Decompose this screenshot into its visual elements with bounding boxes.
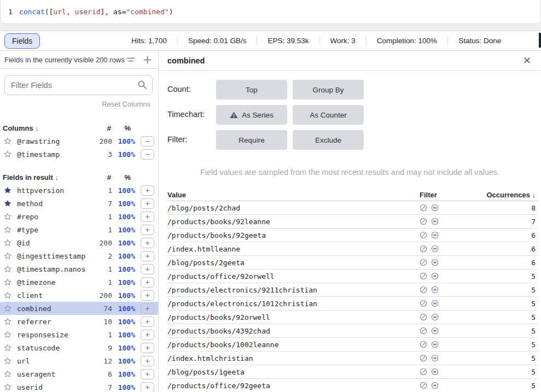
field-name[interactable]: userid xyxy=(17,383,87,391)
add-column-button[interactable]: + xyxy=(141,290,154,301)
remove-column-button[interactable]: − xyxy=(141,136,154,147)
field-row[interactable]: useragent 6 100% + xyxy=(0,367,158,381)
field-row[interactable]: responsesize 1 100% + xyxy=(0,328,158,341)
include-filter-icon[interactable] xyxy=(420,300,427,307)
exclude-filter-icon[interactable] xyxy=(431,259,439,266)
star-outline-icon[interactable] xyxy=(3,226,13,233)
star-outline-icon[interactable] xyxy=(3,291,13,299)
exclude-filter-icon[interactable] xyxy=(431,354,439,362)
include-filter-icon[interactable] xyxy=(420,313,427,321)
value-row[interactable]: /index.htmlchristian 5 xyxy=(167,352,538,365)
field-row[interactable]: httpversion 1 100% + xyxy=(0,184,158,197)
include-filter-icon[interactable] xyxy=(420,231,427,239)
include-filter-icon[interactable] xyxy=(420,327,427,335)
exclude-filter-icon[interactable] xyxy=(431,341,439,348)
star-outline-icon[interactable] xyxy=(3,370,13,378)
field-row[interactable]: userid 7 100% + xyxy=(0,381,158,392)
exclude-filter-icon[interactable] xyxy=(431,231,439,239)
include-filter-icon[interactable] xyxy=(420,368,427,376)
star-outline-icon[interactable] xyxy=(3,213,13,220)
add-column-button[interactable]: + xyxy=(141,212,154,222)
add-column-button[interactable]: + xyxy=(141,251,154,261)
occurrences-column-header[interactable]: Occurrences ↓ xyxy=(474,191,538,199)
value-row[interactable]: /products/office/92orwell 5 xyxy=(167,270,538,283)
value-row[interactable]: /products/books/92geeta 6 xyxy=(167,229,538,242)
exclude-filter-icon[interactable] xyxy=(431,313,439,321)
star-outline-icon[interactable] xyxy=(3,331,13,338)
add-column-button[interactable]: + xyxy=(141,356,154,366)
field-row[interactable]: @rawstring 200 100% − xyxy=(0,134,158,148)
value-row[interactable]: /blog/posts/2chad 8 xyxy=(167,201,538,215)
group-by-button[interactable]: Group By xyxy=(293,80,364,100)
value-row[interactable]: /products/office/92geeta 5 xyxy=(167,379,538,392)
as-series-button[interactable]: As Series xyxy=(216,105,287,125)
field-name[interactable]: #repo xyxy=(17,213,87,221)
field-name[interactable]: responsesize xyxy=(17,331,87,339)
add-column-button[interactable]: + xyxy=(141,198,154,209)
value-row[interactable]: /products/electronics/9211christian 5 xyxy=(167,283,538,297)
include-filter-icon[interactable] xyxy=(420,341,427,348)
exclude-filter-icon[interactable] xyxy=(431,245,439,253)
fields-tab-button[interactable]: Fields xyxy=(4,33,40,49)
field-row[interactable]: @timestamp 3 100% − xyxy=(0,148,158,161)
star-outline-icon[interactable] xyxy=(3,278,13,286)
add-column-button[interactable]: + xyxy=(141,330,154,340)
field-name[interactable]: client xyxy=(17,291,87,300)
field-name[interactable]: @timestamp xyxy=(17,150,87,159)
remove-column-button[interactable]: − xyxy=(141,149,154,160)
field-name[interactable]: httpversion xyxy=(17,186,87,195)
field-row[interactable]: @id 200 100% + xyxy=(0,236,158,249)
exclude-filter-icon[interactable] xyxy=(431,272,439,280)
field-row[interactable]: statuscode 9 100% + xyxy=(0,341,158,354)
add-column-button[interactable]: + xyxy=(141,303,154,314)
field-name[interactable]: statuscode xyxy=(17,344,87,352)
star-filled-icon[interactable] xyxy=(3,200,13,207)
field-name[interactable]: method xyxy=(17,200,87,208)
clipped-edge-button[interactable] xyxy=(539,33,541,48)
add-column-button[interactable]: + xyxy=(141,382,154,392)
field-row[interactable]: url 12 100% + xyxy=(0,354,158,367)
star-outline-icon[interactable] xyxy=(3,150,13,158)
value-row[interactable]: /blog/posts/1geeta 5 xyxy=(167,365,538,379)
field-name[interactable]: #type xyxy=(17,226,87,234)
star-outline-icon[interactable] xyxy=(3,265,13,273)
field-row[interactable]: #type 1 100% + xyxy=(0,223,158,236)
exclude-filter-icon[interactable] xyxy=(431,327,439,335)
add-column-button[interactable]: + xyxy=(141,238,154,248)
add-column-button[interactable]: + xyxy=(141,225,154,235)
field-name[interactable]: referrer xyxy=(17,318,87,326)
add-column-button[interactable]: + xyxy=(141,277,154,288)
add-column-button[interactable]: + xyxy=(141,317,154,327)
close-icon[interactable]: ✕ xyxy=(523,56,531,66)
query-text[interactable]: concat([url, userid], as="combined") xyxy=(19,8,173,16)
star-outline-icon[interactable] xyxy=(3,344,13,352)
exclude-button[interactable]: Exclude xyxy=(293,130,364,150)
include-filter-icon[interactable] xyxy=(420,272,427,280)
value-row[interactable]: /products/electronics/1012christian 5 xyxy=(167,297,538,311)
add-column-button[interactable]: + xyxy=(141,369,154,379)
query-editor[interactable]: 1 concat([url, userid], as="combined") xyxy=(0,0,541,24)
field-name[interactable]: @rawstring xyxy=(17,137,87,145)
field-row[interactable]: @ingesttimestamp 2 100% + xyxy=(0,249,158,262)
include-filter-icon[interactable] xyxy=(420,382,427,389)
value-row[interactable]: /products/books/92orwell 5 xyxy=(167,311,538,324)
add-column-button[interactable]: + xyxy=(141,185,154,196)
require-button[interactable]: Require xyxy=(216,130,287,150)
field-row[interactable]: client 200 100% + xyxy=(0,289,158,302)
field-name[interactable]: combined xyxy=(17,305,87,313)
as-counter-button[interactable]: As Counter xyxy=(293,105,364,125)
include-filter-icon[interactable] xyxy=(420,354,427,362)
add-column-button[interactable]: + xyxy=(141,264,154,274)
field-name[interactable]: @timestamp.nanos xyxy=(17,265,87,273)
exclude-filter-icon[interactable] xyxy=(431,300,439,307)
add-column-button[interactable]: + xyxy=(141,343,154,353)
value-row[interactable]: /products/books/1002leanne 5 xyxy=(167,338,538,352)
exclude-filter-icon[interactable] xyxy=(431,382,439,389)
columns-title[interactable]: Columns ↓ xyxy=(3,124,87,132)
field-row[interactable]: method 7 100% + xyxy=(0,197,158,210)
filter-fields-input[interactable] xyxy=(4,75,153,95)
field-row[interactable]: #repo 1 100% + xyxy=(0,210,158,223)
include-filter-icon[interactable] xyxy=(420,204,427,212)
exclude-filter-icon[interactable] xyxy=(431,286,439,294)
exclude-filter-icon[interactable] xyxy=(431,204,439,212)
